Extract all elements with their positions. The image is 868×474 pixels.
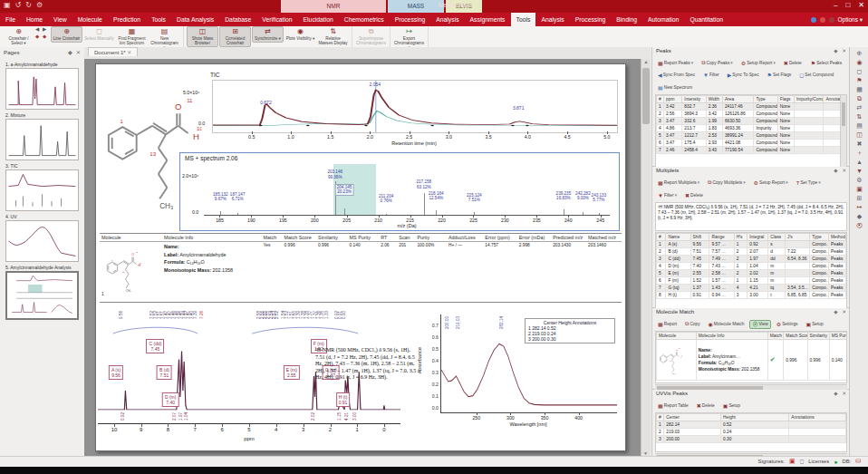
molecule-table-row[interactable]: 1 Name: Label: Amylcinnamaldehyde Formul… — [100, 242, 622, 303]
tool-strip-icon[interactable]: ◻ — [857, 68, 863, 74]
peaks-toolbar-button[interactable]: ▦ Report Peaks▾ — [655, 58, 696, 68]
page-2-thumbnail[interactable] — [5, 119, 79, 160]
menu-quantitation[interactable]: Quantitation — [684, 13, 728, 26]
page-thumbnail-item[interactable]: 1. a-Amylcinnamaldehyde — [5, 62, 79, 110]
account-icon[interactable] — [829, 17, 834, 23]
signature-icon[interactable]: ▣ — [789, 458, 796, 465]
peaks-toolbar-button[interactable]: ⚑ Set Flags — [765, 70, 795, 80]
multiplets-table-row[interactable]: 1A (s)9.569.57 …1 0.92sCompo…Peaks — [657, 241, 846, 248]
mm-setup-button[interactable]: ▣Setup — [803, 319, 825, 329]
tool-strip-icon[interactable]: ▤ — [856, 122, 863, 129]
peaks-table-row[interactable]: 22.563894.33.42 126126.86CompoundNone — [657, 111, 841, 118]
undo-icon[interactable]: ↺ — [15, 1, 22, 9]
menu-elucidation[interactable]: Elucidation — [298, 13, 339, 26]
signature2-icon[interactable]: ◻ — [800, 459, 805, 464]
redo-icon[interactable]: ↻ — [25, 1, 32, 9]
multiplets-toolbar-button[interactable]: T Set Type▾ — [794, 179, 824, 188]
scrollbar-thumb[interactable] — [642, 68, 650, 124]
tool-strip-icon[interactable]: ▼ — [856, 168, 863, 174]
menu-molecule[interactable]: Molecule — [72, 13, 108, 26]
uv-annotations-box[interactable]: Center Height Annotations 1 282.14 0.52 … — [525, 318, 615, 343]
uvvis-table-row[interactable]: 1282.140.52 — [657, 421, 846, 429]
document-vertical-scrollbar[interactable]: ▲ ▼ — [641, 59, 651, 456]
uvvis-table-row[interactable]: 2219.030.24 — [657, 429, 846, 436]
page-thumbnail-item[interactable]: 2. Mixture — [5, 112, 79, 160]
peaks-table-row[interactable]: 53.471212.72.53 38991.24CompoundNone — [657, 132, 841, 140]
menu-chemometrics[interactable]: Chemometrics — [339, 13, 390, 26]
multiplets-toolbar-button[interactable]: ⚙ Setup Report▾ — [751, 178, 791, 188]
tab-nmr-analysis[interactable]: Analysis — [430, 13, 464, 26]
tool-strip-icon[interactable]: ▣ — [856, 186, 863, 192]
mm-copy-button[interactable]: ⧉Copy — [682, 319, 703, 329]
tool-strip-icon[interactable]: ◉ — [856, 59, 862, 65]
multiplet-box[interactable]: A (s)9.56 — [109, 365, 123, 380]
close-button[interactable]: ✕ — [858, 1, 864, 9]
uv-plot[interactable]: Absorbance 200.00219.03282.14 Center Hei… — [415, 311, 622, 447]
page-1-thumbnail[interactable] — [5, 68, 79, 110]
molecule-match-pin-icon[interactable]: ◆ — [834, 309, 837, 314]
licenses-status-icon[interactable]: ● — [834, 459, 837, 465]
tool-strip-icon[interactable]: ✖ — [857, 140, 863, 147]
multiplet-box[interactable]: D (m)7.40 — [162, 392, 179, 407]
multiplets-table-row[interactable]: 8H (t)0.910.94 …3 3.00t6.85, 6.85Compo…P… — [657, 292, 846, 299]
peaks-toolbar-button[interactable]: ▶ Sync To Spec — [725, 70, 762, 80]
restore-button[interactable]: □ — [845, 1, 850, 9]
options-menu[interactable]: Options ▾ — [838, 16, 863, 24]
document-tab[interactable]: Document 1* ✕ — [88, 47, 138, 56]
tool-strip-icon[interactable]: ⚑ — [856, 77, 862, 83]
plots-visibility-button[interactable]: ◉ Plots Visibility ▾ — [285, 26, 316, 43]
line-crosshair-button[interactable]: ⊕ Line Crosshair — [51, 26, 82, 43]
uvvis-toolbar-button[interactable]: ▦ Report Table — [655, 401, 691, 411]
notification-icon[interactable] — [820, 17, 825, 23]
multiplets-table-row[interactable]: 5E (m)2.552.58 …2 2.02mCompo…Peaks — [657, 270, 846, 277]
crosshair-select-button[interactable]: ⊕ Crosshair / Select ▾ — [3, 26, 34, 47]
multiplets-toolbar-button[interactable]: ▼ Filter▾ — [655, 191, 680, 200]
molecule-match-row[interactable]: Name: Label: Amylcinnam… Formula: C₁₄H₁₈… — [657, 340, 848, 381]
ms-plot[interactable]: 185.1329.67% 187.1476.71% — [204, 164, 610, 216]
multiplets-table-row[interactable]: 4D (m)7.407.43 …1 1.04mCompo…Peaks — [657, 263, 846, 270]
page-4-thumbnail[interactable] — [5, 220, 79, 262]
page-thumbnail-item[interactable]: 4. UV — [5, 214, 79, 262]
uvvis-table-row[interactable]: 3200.000.30 — [657, 436, 846, 443]
relative-masses-button[interactable]: ⇅ Relative Masses Display — [317, 26, 349, 47]
select-manually-button[interactable]: ◻ Select Manually — [83, 26, 115, 43]
menu-verification[interactable]: Verification — [256, 13, 297, 26]
tab-elvis-processing[interactable]: Processing — [570, 13, 612, 26]
peaks-table-scrollbar[interactable] — [840, 95, 846, 173]
multiplets-toolbar-button[interactable]: ▦ Report Multiplets▾ — [655, 178, 702, 188]
flask-icon[interactable]: ◆ — [35, 34, 43, 41]
licenses-label[interactable]: Licenses — [808, 459, 829, 464]
menu-database[interactable]: Database — [219, 13, 256, 26]
uvvis-pin-icon[interactable]: ◆ — [834, 391, 837, 396]
peaks-table-row[interactable]: 13.42832.72.36 24117.46CompoundNone — [657, 103, 841, 111]
uvvis-close-icon[interactable]: ✕ — [842, 391, 846, 396]
menu-view[interactable]: View — [48, 13, 72, 26]
find-fragment-button[interactable]: ▦ Find Fragment Ion Spectrum — [116, 26, 148, 47]
multiplet-box[interactable]: E (m)2.55 — [284, 365, 300, 380]
peaks-table-row[interactable]: 63.47175.42.93 4421.08CompoundNone — [657, 140, 841, 147]
tab-mass-analysis[interactable]: Analysis — [535, 13, 569, 26]
tool-strip-icon[interactable]: ⇅ — [857, 113, 863, 120]
tab-mass-tools[interactable]: Tools — [511, 13, 536, 26]
peaks-table-row[interactable]: 44.86213.71.83 4693.36ImpurityNone — [657, 125, 841, 132]
tic-plot[interactable]: 0.672 2.054 3.871 — [212, 80, 618, 133]
document-canvas[interactable]: TIC — [84, 59, 651, 456]
peaks-toolbar-button[interactable]: ⚑ Select Peaks — [808, 58, 845, 68]
peaks-toolbar-button[interactable]: ◻ Set Compound — [796, 70, 836, 80]
help-icon[interactable] — [811, 17, 816, 23]
multiplets-toolbar-button[interactable]: ✖ Delete — [682, 190, 707, 200]
menu-data-analysis[interactable]: Data Analysis — [171, 13, 219, 26]
db-label[interactable]: DB: — [842, 459, 851, 464]
uvvis-toolbar-button[interactable]: ✖ Delete — [694, 401, 718, 411]
peaks-toolbar-button[interactable]: ⧉ Copy Peaks▾ — [699, 58, 736, 68]
tool-strip-icon[interactable]: ⦿ — [856, 222, 863, 228]
superimpose-button[interactable]: ⧉ Superimpose Chromatograms — [355, 26, 387, 47]
multiplets-table-row[interactable]: 2B (d)7.517.57 …2 2.07d7.22Compo…Peaks — [657, 248, 846, 256]
mm-report-button[interactable]: ▦Report — [655, 319, 680, 329]
ms-spectrum-box[interactable]: MS + spectrum 2.06 185.1329.67% — [179, 152, 620, 231]
tool-strip-icon[interactable]: ＋ — [856, 150, 863, 156]
peaks-toolbar-button[interactable]: ⚙ Setup Report▾ — [738, 58, 778, 68]
molecule-match-close-icon[interactable]: ✕ — [842, 309, 846, 314]
tool-strip-icon[interactable]: ⇄ — [857, 104, 863, 111]
settings-icon[interactable]: ⚙ — [36, 1, 43, 9]
